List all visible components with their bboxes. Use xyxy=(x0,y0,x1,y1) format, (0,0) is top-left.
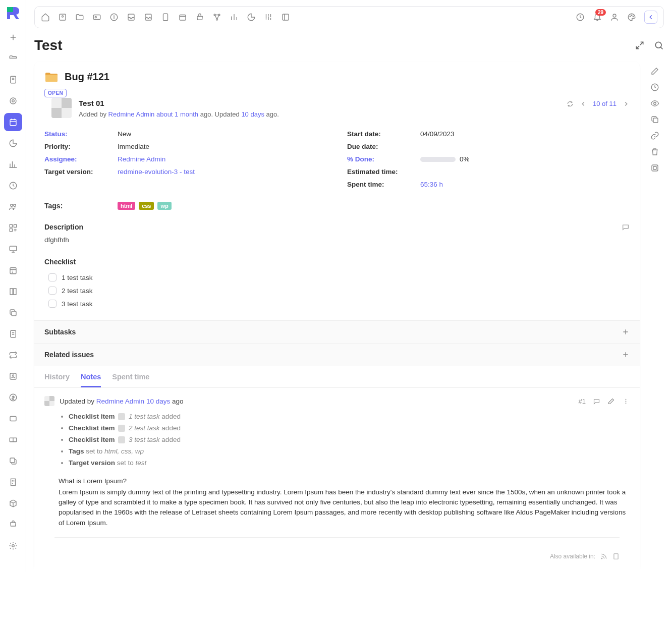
expand-icon[interactable] xyxy=(635,40,645,50)
sidebar-box-icon[interactable] xyxy=(4,494,22,512)
edit-icon[interactable] xyxy=(607,397,615,405)
sidebar-users-icon[interactable] xyxy=(4,198,22,216)
sidebar-clock-icon[interactable] xyxy=(4,177,22,195)
tab-spent-time[interactable]: Spent time xyxy=(112,373,149,387)
folder-icon[interactable] xyxy=(75,13,84,22)
sidebar-contact-icon[interactable] xyxy=(4,367,22,385)
tab-history[interactable]: History xyxy=(44,373,70,387)
edit-icon[interactable] xyxy=(650,67,659,76)
sidebar-rect-icon[interactable] xyxy=(4,410,22,428)
sidebar-layers-icon[interactable] xyxy=(4,452,22,470)
sidebar-plus-icon[interactable] xyxy=(4,28,22,46)
sidebar-doc-icon[interactable] xyxy=(4,325,22,343)
checkbox[interactable] xyxy=(48,300,57,308)
sliders-icon[interactable] xyxy=(264,13,273,22)
sidebar-dollar-icon[interactable] xyxy=(4,388,22,407)
id-icon[interactable] xyxy=(92,13,101,22)
network-icon[interactable] xyxy=(212,13,221,22)
updated-link[interactable]: 10 days xyxy=(241,110,264,118)
palette-icon[interactable] xyxy=(627,13,636,22)
quote-icon[interactable] xyxy=(593,397,600,405)
rss-icon[interactable] xyxy=(600,553,607,560)
journal-age-link[interactable]: 10 days xyxy=(146,397,170,405)
pie-icon[interactable] xyxy=(247,13,256,22)
sidebar-pie-icon[interactable] xyxy=(4,134,22,152)
next-issue-icon[interactable] xyxy=(623,100,630,107)
author-link[interactable]: Redmine Admin about 1 month xyxy=(108,110,199,118)
collapse-button[interactable] xyxy=(644,11,657,24)
svg-point-5 xyxy=(10,204,13,207)
pdf-icon[interactable] xyxy=(612,553,620,560)
tab-notes[interactable]: Notes xyxy=(81,373,101,387)
search-icon[interactable] xyxy=(654,40,664,50)
assignee-label[interactable]: Assignee: xyxy=(44,155,118,163)
sidebar-cart-icon[interactable] xyxy=(4,516,22,534)
sidebar-settings-icon[interactable] xyxy=(4,537,22,555)
tag-html[interactable]: html xyxy=(118,202,135,210)
sidebar-page-icon[interactable] xyxy=(4,71,22,89)
target-version-value[interactable]: redmine-evolution-3 - test xyxy=(118,168,195,176)
priority-label: Priority: xyxy=(44,143,118,150)
issue-subject: Test 01 xyxy=(79,99,559,107)
sidebar-grid-icon[interactable] xyxy=(4,219,22,237)
sidebar-folder-icon[interactable] xyxy=(4,49,22,68)
sidebar-building-icon[interactable] xyxy=(4,473,22,491)
archive-icon[interactable] xyxy=(178,13,187,22)
assignee-value[interactable]: Redmine Admin xyxy=(118,155,165,163)
spent-time-value[interactable]: 65:36 h xyxy=(420,181,443,188)
checklist-item[interactable]: 1 test task xyxy=(44,271,630,284)
tag-wp[interactable]: wp xyxy=(157,202,171,210)
basket-icon[interactable] xyxy=(195,13,204,22)
sidebar-target-icon[interactable] xyxy=(4,92,22,110)
sidebar-issues-icon[interactable] xyxy=(4,113,22,131)
tablet-icon[interactable] xyxy=(161,13,170,22)
svg-point-33 xyxy=(216,19,218,20)
pct-done-label[interactable]: % Done: xyxy=(347,155,420,163)
watch-icon[interactable] xyxy=(650,99,659,108)
copy-icon[interactable] xyxy=(650,115,659,124)
sidebar-calendar-icon[interactable] xyxy=(4,261,22,279)
checkbox[interactable] xyxy=(48,287,57,295)
sidebar-copy-icon[interactable] xyxy=(4,304,22,322)
sidebar-book-icon[interactable] xyxy=(4,282,22,301)
clock-icon[interactable] xyxy=(576,13,585,22)
journal-note: What is Lorem Ipsum? Lorem Ipsum is simp… xyxy=(44,476,630,528)
notifications-button[interactable]: 29 xyxy=(593,12,602,23)
link-icon[interactable] xyxy=(650,131,659,140)
dollar-icon[interactable] xyxy=(109,13,119,22)
sidebar-monitor-icon[interactable] xyxy=(4,240,22,258)
contact-icon[interactable] xyxy=(58,13,67,22)
prev-issue-icon[interactable] xyxy=(580,100,587,107)
issue-counter[interactable]: 10 of 11 xyxy=(593,100,617,107)
checklist-item[interactable]: 2 test task xyxy=(44,284,630,297)
add-subtask-icon[interactable] xyxy=(622,328,630,336)
clone-icon[interactable] xyxy=(650,163,659,173)
journal-anchor[interactable]: #1 xyxy=(579,397,586,405)
app-logo-icon[interactable] xyxy=(5,5,21,21)
page-title: Test xyxy=(34,37,626,53)
checklist-item[interactable]: 3 test task xyxy=(44,297,630,310)
sidebar-cash-icon[interactable] xyxy=(4,431,22,449)
user-icon[interactable] xyxy=(610,13,619,22)
author-avatar[interactable] xyxy=(51,98,72,118)
inbox-icon[interactable] xyxy=(127,13,136,22)
home-icon[interactable] xyxy=(41,13,50,22)
journal-avatar[interactable] xyxy=(44,396,54,406)
image-icon[interactable] xyxy=(144,13,153,22)
delete-icon[interactable] xyxy=(650,147,659,156)
sidebar-icon[interactable] xyxy=(281,13,290,22)
refresh-icon[interactable] xyxy=(567,100,574,107)
sidebar-repeat-icon[interactable] xyxy=(4,346,22,364)
more-icon[interactable] xyxy=(622,397,630,405)
svg-rect-34 xyxy=(283,14,289,20)
history-icon[interactable] xyxy=(650,83,659,92)
journal-author-link[interactable]: Redmine Admin xyxy=(96,397,144,405)
add-related-icon[interactable] xyxy=(622,351,630,359)
tag-css[interactable]: css xyxy=(139,202,154,210)
sidebar-chart-icon[interactable] xyxy=(4,155,22,174)
status-label[interactable]: Status: xyxy=(44,130,118,138)
footer-text: Also available in: xyxy=(550,553,595,560)
quote-icon[interactable] xyxy=(622,223,630,231)
checkbox[interactable] xyxy=(48,273,57,281)
bars-icon[interactable] xyxy=(230,13,239,22)
